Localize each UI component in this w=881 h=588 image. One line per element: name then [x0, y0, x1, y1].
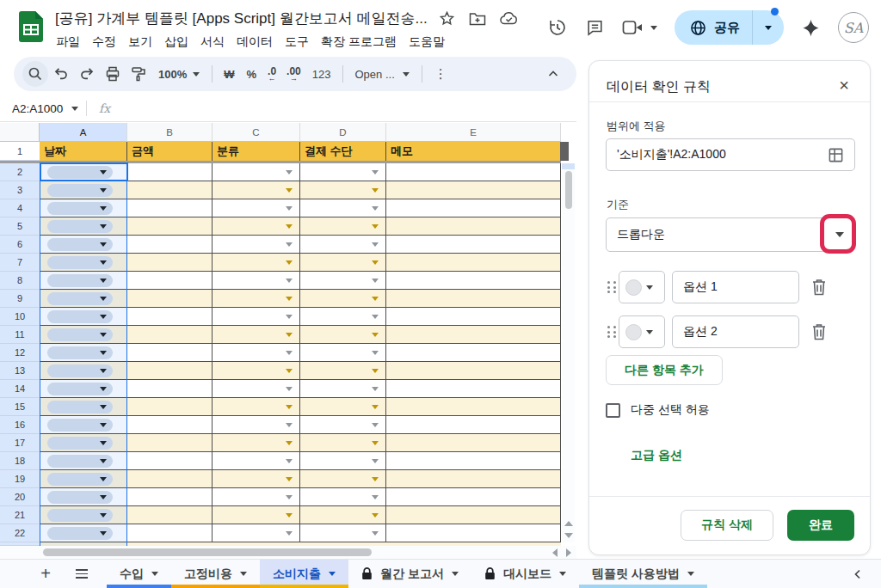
cell-A11[interactable]: [40, 326, 127, 344]
option-color-picker[interactable]: [619, 271, 665, 303]
dropdown-chip[interactable]: [47, 346, 113, 359]
apply-range-field[interactable]: [606, 138, 855, 171]
cell-A16[interactable]: [40, 416, 127, 434]
dropdown-chip[interactable]: [47, 509, 113, 522]
cell-E16[interactable]: [386, 416, 561, 434]
cell-E5[interactable]: [386, 217, 561, 236]
cell-E21[interactable]: [386, 506, 561, 524]
share-dropdown-button[interactable]: [753, 10, 784, 45]
vertical-scrollbar-track[interactable]: [562, 163, 575, 542]
cell-C3[interactable]: [213, 181, 300, 199]
done-button[interactable]: 완료: [787, 510, 854, 541]
dropdown-chip[interactable]: [47, 328, 113, 341]
menu-item-5[interactable]: 데이터: [231, 33, 279, 52]
paint-format-icon[interactable]: [126, 61, 151, 87]
cell-B2[interactable]: [127, 163, 213, 181]
cell-D2[interactable]: [300, 163, 386, 181]
dropdown-chip[interactable]: [47, 491, 113, 504]
vertical-scrollbar-thumb[interactable]: [565, 171, 572, 209]
cell-B20[interactable]: [127, 488, 213, 506]
header-cell-B[interactable]: 금액: [127, 142, 213, 161]
cell-E17[interactable]: [386, 434, 561, 452]
row-header-22[interactable]: 22: [0, 524, 40, 542]
column-header-C[interactable]: C: [213, 123, 300, 142]
sheet-tab-4[interactable]: 대시보드: [471, 560, 579, 588]
cell-C9[interactable]: [213, 290, 300, 308]
column-header-B[interactable]: B: [127, 123, 213, 142]
menu-item-2[interactable]: 보기: [122, 33, 158, 52]
cell-D4[interactable]: [300, 199, 386, 217]
name-box[interactable]: A2:A1000: [0, 102, 86, 115]
cell-C20[interactable]: [213, 488, 300, 506]
cell-A13[interactable]: [40, 362, 127, 380]
row-header-10[interactable]: 10: [0, 308, 40, 326]
row-header-12[interactable]: 12: [0, 344, 40, 362]
menu-item-3[interactable]: 삽입: [158, 33, 194, 52]
cell-B17[interactable]: [127, 434, 213, 452]
delete-option-icon[interactable]: [810, 278, 828, 297]
cell-B9[interactable]: [127, 290, 213, 308]
cell-A7[interactable]: [40, 254, 127, 272]
dropdown-chip[interactable]: [47, 364, 113, 377]
add-item-button[interactable]: 다른 항목 추가: [606, 355, 723, 385]
menu-item-6[interactable]: 도구: [279, 33, 315, 52]
column-header-A[interactable]: A: [40, 123, 127, 142]
cell-B10[interactable]: [127, 308, 213, 326]
cell-D21[interactable]: [300, 506, 386, 524]
cell-B15[interactable]: [127, 398, 213, 416]
cell-A8[interactable]: [40, 272, 127, 290]
star-icon[interactable]: [439, 10, 455, 27]
row-header-13[interactable]: 13: [0, 362, 40, 380]
cell-C17[interactable]: [213, 434, 300, 452]
cell-C5[interactable]: [213, 217, 300, 236]
cell-B4[interactable]: [127, 199, 213, 217]
cell-C14[interactable]: [213, 380, 300, 398]
cell-E18[interactable]: [386, 452, 561, 470]
share-button[interactable]: 공유: [675, 10, 784, 45]
cell-C2[interactable]: [213, 163, 300, 181]
scroll-up-icon[interactable]: [564, 521, 573, 526]
cell-A20[interactable]: [40, 488, 127, 506]
row-header-15[interactable]: 15: [0, 398, 40, 416]
cell-A9[interactable]: [40, 290, 127, 308]
cell-B8[interactable]: [127, 272, 213, 290]
cell-D11[interactable]: [300, 326, 386, 344]
row-header-16[interactable]: 16: [0, 416, 40, 434]
cell-A22[interactable]: [40, 524, 127, 542]
version-history-icon[interactable]: [547, 17, 568, 38]
cell-D9[interactable]: [300, 290, 386, 308]
sheet-tab-2[interactable]: 소비지출: [260, 560, 348, 588]
cell-B18[interactable]: [127, 452, 213, 470]
column-header-E[interactable]: E: [386, 123, 561, 142]
cell-B22[interactable]: [127, 524, 213, 542]
cell-C13[interactable]: [213, 362, 300, 380]
more-formats-button[interactable]: 123: [306, 68, 337, 81]
cell-E14[interactable]: [386, 380, 561, 398]
cell-C18[interactable]: [213, 452, 300, 470]
cell-D7[interactable]: [300, 254, 386, 272]
sheet-tab-0[interactable]: 수입: [107, 560, 171, 588]
decrease-decimal-button[interactable]: .0←: [262, 67, 281, 82]
header-cell-C[interactable]: 분류: [213, 142, 300, 161]
zoom-select[interactable]: 100%: [151, 68, 206, 81]
row-header-19[interactable]: 19: [0, 470, 40, 488]
more-toolbar-options-icon[interactable]: ⋮: [428, 66, 454, 82]
row-header-20[interactable]: 20: [0, 488, 40, 506]
meet-call-control[interactable]: [622, 20, 657, 35]
cell-B7[interactable]: [127, 254, 213, 272]
cell-D13[interactable]: [300, 362, 386, 380]
cell-E12[interactable]: [386, 344, 561, 362]
dropdown-chip[interactable]: [47, 419, 113, 432]
cloud-saved-icon[interactable]: [500, 11, 519, 26]
cell-B11[interactable]: [127, 326, 213, 344]
menu-item-0[interactable]: 파일: [50, 33, 86, 52]
cell-C16[interactable]: [213, 416, 300, 434]
row-header-11[interactable]: 11: [0, 326, 40, 344]
cell-D16[interactable]: [300, 416, 386, 434]
cell-B6[interactable]: [127, 236, 213, 254]
cell-C22[interactable]: [213, 524, 300, 542]
cell-C10[interactable]: [213, 308, 300, 326]
cell-E13[interactable]: [386, 362, 561, 380]
cell-C19[interactable]: [213, 470, 300, 488]
cell-A18[interactable]: [40, 452, 127, 470]
